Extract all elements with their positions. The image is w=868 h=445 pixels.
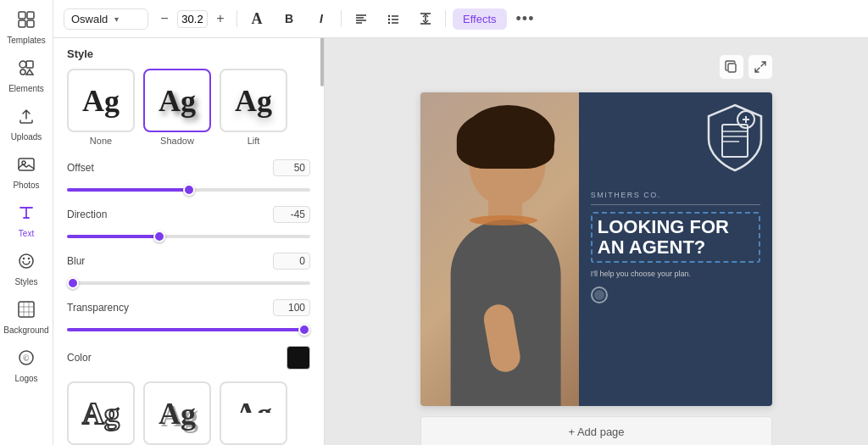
font-style-options: Ag Ag Ag — [67, 381, 310, 445]
text-icon — [17, 203, 36, 226]
svg-marker-6 — [26, 70, 33, 75]
style-box-none[interactable]: Ag — [67, 69, 135, 132]
font-style-shadow2[interactable]: Ag — [143, 381, 211, 445]
subtext: I'll help you choose your plan. — [591, 270, 760, 278]
effects-btn[interactable]: Effects — [453, 8, 507, 30]
sidebar-item-elements[interactable]: Elements — [3, 52, 50, 98]
style-label-lift: Lift — [248, 136, 260, 146]
style-preview-shadow: Ag — [159, 83, 196, 119]
svg-rect-5 — [26, 61, 33, 68]
svg-rect-8 — [19, 159, 34, 170]
sidebar-item-styles[interactable]: Styles — [3, 245, 50, 292]
panel-content: Style Ag None Ag Shadow Ag Lift — [53, 36, 324, 445]
sidebar: Templates Elements Uploads — [0, 0, 53, 445]
direction-slider[interactable] — [67, 235, 310, 238]
direction-value-input[interactable] — [273, 206, 310, 223]
transparency-value-input[interactable] — [273, 299, 310, 316]
sidebar-item-uploads[interactable]: Uploads — [3, 100, 50, 147]
transparency-slider[interactable] — [67, 328, 310, 331]
headline-text: LOOKING FOR AN AGENT? — [591, 212, 760, 263]
decorative-line — [591, 204, 760, 205]
sidebar-item-text[interactable]: Text — [3, 197, 50, 243]
spacing-btn[interactable] — [413, 6, 438, 31]
canvas-wrapper: SMITHERS CO. LOOKING FOR AN AGENT? ↻ I'l… — [420, 55, 772, 445]
effects-panel: Effects Style Ag None Ag Shadow Ag — [53, 0, 325, 445]
svg-point-11 — [23, 258, 25, 259]
style-box-lift[interactable]: Ag — [220, 69, 287, 132]
elements-icon — [17, 58, 36, 81]
sidebar-item-templates[interactable]: Templates — [3, 3, 50, 50]
shield-icon — [704, 101, 767, 175]
transparency-label: Transparency — [67, 302, 129, 314]
blur-label: Blur — [67, 255, 85, 267]
canvas-photo-area — [420, 92, 586, 406]
style-option-shadow[interactable]: Ag Shadow — [143, 69, 211, 146]
svg-point-22 — [388, 22, 390, 24]
sidebar-item-logos[interactable]: © Logos — [3, 342, 50, 388]
sidebar-item-label: Background — [3, 325, 48, 335]
logos-icon: © — [17, 348, 36, 371]
color-label: Color — [67, 352, 92, 364]
offset-slider[interactable] — [67, 188, 310, 192]
sidebar-item-background[interactable]: Background — [3, 293, 50, 340]
svg-point-20 — [388, 15, 390, 17]
style-option-none[interactable]: Ag None — [67, 69, 135, 146]
svg-point-21 — [388, 19, 390, 20]
style-option-lift[interactable]: Ag Lift — [220, 69, 287, 146]
sidebar-item-label: Styles — [14, 277, 37, 286]
brand-text: SMITHERS CO. — [591, 191, 760, 199]
svg-rect-29 — [728, 64, 736, 72]
sidebar-item-label: Text — [19, 229, 34, 238]
align-left-btn[interactable] — [348, 6, 374, 31]
style-label-shadow: Shadow — [160, 136, 194, 146]
uploads-icon — [17, 107, 36, 130]
style-label-none: None — [90, 136, 112, 146]
svg-rect-30 — [722, 125, 748, 157]
direction-label: Direction — [67, 209, 107, 220]
photos-icon — [17, 155, 36, 178]
sidebar-item-photos[interactable]: Photos — [3, 148, 50, 195]
style-box-shadow[interactable]: Ag — [143, 69, 211, 132]
canvas-area: SMITHERS CO. LOOKING FOR AN AGENT? ↻ I'l… — [325, 38, 868, 445]
expand-canvas-btn[interactable] — [748, 55, 772, 79]
more-options-btn[interactable]: ••• — [514, 7, 537, 31]
italic-btn[interactable]: I — [325, 6, 334, 31]
svg-point-7 — [20, 70, 25, 75]
list-btn[interactable] — [381, 6, 406, 31]
style-preview-lift: Ag — [235, 83, 272, 119]
color-swatch[interactable] — [287, 346, 310, 370]
add-page-bar[interactable]: + Add page — [420, 416, 772, 445]
canvas-dark-panel: SMITHERS CO. LOOKING FOR AN AGENT? ↻ I'l… — [579, 92, 772, 406]
background-icon — [17, 300, 36, 323]
svg-rect-13 — [19, 302, 34, 317]
svg-point-10 — [19, 254, 33, 268]
copy-canvas-btn[interactable] — [720, 55, 743, 79]
style-section-label: Style — [67, 47, 310, 60]
direction-slider-top: Direction — [67, 206, 310, 223]
offset-value-input[interactable] — [273, 159, 310, 176]
blur-slider-row: Blur — [67, 253, 310, 287]
style-options: Ag None Ag Shadow Ag Lift — [67, 69, 310, 146]
transparency-slider-row: Transparency — [67, 299, 310, 334]
font-style-splice[interactable]: Ag — [220, 381, 287, 445]
svg-rect-3 — [27, 20, 34, 27]
templates-icon — [17, 10, 36, 33]
svg-text:©: © — [23, 353, 30, 363]
sidebar-item-label: Uploads — [11, 132, 42, 142]
svg-rect-2 — [19, 20, 25, 27]
headline-container[interactable]: LOOKING FOR AN AGENT? — [591, 212, 760, 270]
blur-slider[interactable] — [67, 281, 310, 285]
sidebar-item-label: Photos — [13, 181, 39, 190]
sidebar-item-label: Templates — [7, 36, 46, 45]
top-toolbar: Oswald ▾ − + A B I Effects ••• — [325, 0, 868, 38]
direction-slider-row: Direction — [67, 206, 310, 241]
font-style-outline[interactable]: Ag — [67, 381, 135, 445]
offset-slider-row: Offset — [67, 159, 310, 194]
svg-rect-0 — [19, 12, 25, 19]
sidebar-item-label: Logos — [14, 374, 37, 383]
main-area: Oswald ▾ − + A B I Effects ••• — [325, 0, 868, 445]
divider-2 — [341, 10, 342, 27]
svg-point-12 — [28, 258, 30, 259]
styles-icon — [17, 252, 36, 275]
blur-value-input[interactable] — [273, 253, 310, 270]
